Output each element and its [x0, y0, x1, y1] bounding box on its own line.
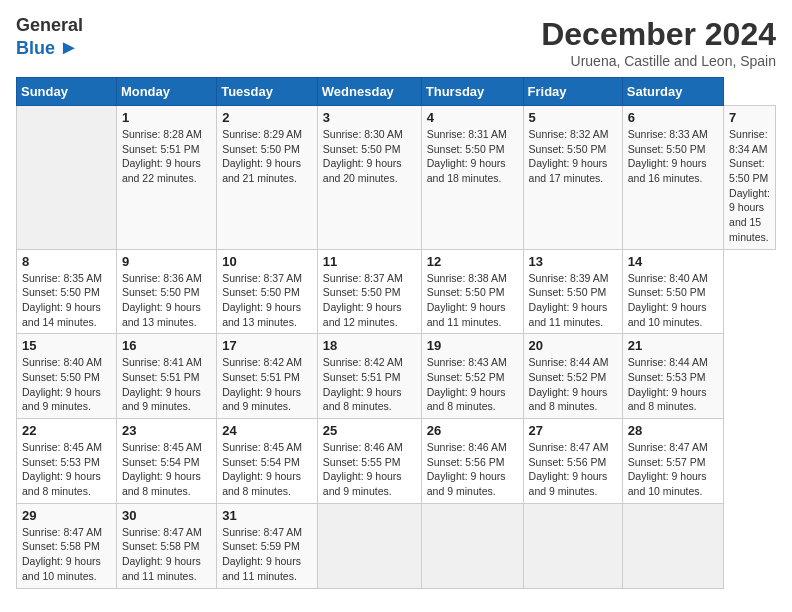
day-number: 24: [222, 423, 312, 438]
header-cell-friday: Friday: [523, 78, 622, 106]
day-info: Sunrise: 8:32 AM Sunset: 5:50 PM Dayligh…: [529, 127, 617, 186]
day-info: Sunrise: 8:31 AM Sunset: 5:50 PM Dayligh…: [427, 127, 518, 186]
day-cell: 4Sunrise: 8:31 AM Sunset: 5:50 PM Daylig…: [421, 106, 523, 250]
day-info: Sunrise: 8:44 AM Sunset: 5:53 PM Dayligh…: [628, 355, 718, 414]
day-number: 7: [729, 110, 770, 125]
day-number: 21: [628, 338, 718, 353]
day-cell: 28Sunrise: 8:47 AM Sunset: 5:57 PM Dayli…: [622, 419, 723, 504]
day-info: Sunrise: 8:33 AM Sunset: 5:50 PM Dayligh…: [628, 127, 718, 186]
day-cell: 9Sunrise: 8:36 AM Sunset: 5:50 PM Daylig…: [116, 249, 216, 334]
header-cell-wednesday: Wednesday: [317, 78, 421, 106]
day-info: Sunrise: 8:41 AM Sunset: 5:51 PM Dayligh…: [122, 355, 211, 414]
day-number: 19: [427, 338, 518, 353]
day-info: Sunrise: 8:35 AM Sunset: 5:50 PM Dayligh…: [22, 271, 111, 330]
day-cell: 27Sunrise: 8:47 AM Sunset: 5:56 PM Dayli…: [523, 419, 622, 504]
day-cell: 21Sunrise: 8:44 AM Sunset: 5:53 PM Dayli…: [622, 334, 723, 419]
day-cell: 10Sunrise: 8:37 AM Sunset: 5:50 PM Dayli…: [217, 249, 318, 334]
day-info: Sunrise: 8:34 AM Sunset: 5:50 PM Dayligh…: [729, 127, 770, 245]
day-number: 13: [529, 254, 617, 269]
day-cell: 31Sunrise: 8:47 AM Sunset: 5:59 PM Dayli…: [217, 503, 318, 588]
day-number: 18: [323, 338, 416, 353]
day-info: Sunrise: 8:36 AM Sunset: 5:50 PM Dayligh…: [122, 271, 211, 330]
header-cell-thursday: Thursday: [421, 78, 523, 106]
day-info: Sunrise: 8:47 AM Sunset: 5:58 PM Dayligh…: [22, 525, 111, 584]
day-number: 9: [122, 254, 211, 269]
day-number: 16: [122, 338, 211, 353]
header-cell-tuesday: Tuesday: [217, 78, 318, 106]
day-info: Sunrise: 8:47 AM Sunset: 5:56 PM Dayligh…: [529, 440, 617, 499]
day-number: 15: [22, 338, 111, 353]
day-cell: 1Sunrise: 8:28 AM Sunset: 5:51 PM Daylig…: [116, 106, 216, 250]
day-cell: 24Sunrise: 8:45 AM Sunset: 5:54 PM Dayli…: [217, 419, 318, 504]
day-cell: 23Sunrise: 8:45 AM Sunset: 5:54 PM Dayli…: [116, 419, 216, 504]
day-cell: 14Sunrise: 8:40 AM Sunset: 5:50 PM Dayli…: [622, 249, 723, 334]
day-info: Sunrise: 8:45 AM Sunset: 5:54 PM Dayligh…: [222, 440, 312, 499]
empty-cell: [17, 106, 117, 250]
day-cell: [421, 503, 523, 588]
day-info: Sunrise: 8:42 AM Sunset: 5:51 PM Dayligh…: [222, 355, 312, 414]
week-row-0: 1Sunrise: 8:28 AM Sunset: 5:51 PM Daylig…: [17, 106, 776, 250]
day-cell: [622, 503, 723, 588]
day-info: Sunrise: 8:37 AM Sunset: 5:50 PM Dayligh…: [222, 271, 312, 330]
day-number: 20: [529, 338, 617, 353]
day-info: Sunrise: 8:45 AM Sunset: 5:54 PM Dayligh…: [122, 440, 211, 499]
day-info: Sunrise: 8:42 AM Sunset: 5:51 PM Dayligh…: [323, 355, 416, 414]
day-cell: 2Sunrise: 8:29 AM Sunset: 5:50 PM Daylig…: [217, 106, 318, 250]
day-info: Sunrise: 8:47 AM Sunset: 5:58 PM Dayligh…: [122, 525, 211, 584]
calendar-body: 1Sunrise: 8:28 AM Sunset: 5:51 PM Daylig…: [17, 106, 776, 589]
day-number: 6: [628, 110, 718, 125]
day-cell: 6Sunrise: 8:33 AM Sunset: 5:50 PM Daylig…: [622, 106, 723, 250]
day-number: 28: [628, 423, 718, 438]
day-cell: 20Sunrise: 8:44 AM Sunset: 5:52 PM Dayli…: [523, 334, 622, 419]
day-cell: 5Sunrise: 8:32 AM Sunset: 5:50 PM Daylig…: [523, 106, 622, 250]
day-cell: 26Sunrise: 8:46 AM Sunset: 5:56 PM Dayli…: [421, 419, 523, 504]
day-cell: 7Sunrise: 8:34 AM Sunset: 5:50 PM Daylig…: [724, 106, 776, 250]
day-number: 27: [529, 423, 617, 438]
week-row-2: 15Sunrise: 8:40 AM Sunset: 5:50 PM Dayli…: [17, 334, 776, 419]
day-number: 12: [427, 254, 518, 269]
logo: GeneralBlue►: [16, 16, 83, 59]
day-number: 8: [22, 254, 111, 269]
day-number: 10: [222, 254, 312, 269]
day-number: 14: [628, 254, 718, 269]
day-info: Sunrise: 8:46 AM Sunset: 5:55 PM Dayligh…: [323, 440, 416, 499]
day-cell: 22Sunrise: 8:45 AM Sunset: 5:53 PM Dayli…: [17, 419, 117, 504]
day-cell: [523, 503, 622, 588]
day-cell: 16Sunrise: 8:41 AM Sunset: 5:51 PM Dayli…: [116, 334, 216, 419]
day-info: Sunrise: 8:47 AM Sunset: 5:59 PM Dayligh…: [222, 525, 312, 584]
day-number: 29: [22, 508, 111, 523]
day-cell: [317, 503, 421, 588]
week-row-3: 22Sunrise: 8:45 AM Sunset: 5:53 PM Dayli…: [17, 419, 776, 504]
day-cell: 3Sunrise: 8:30 AM Sunset: 5:50 PM Daylig…: [317, 106, 421, 250]
day-cell: 19Sunrise: 8:43 AM Sunset: 5:52 PM Dayli…: [421, 334, 523, 419]
day-number: 23: [122, 423, 211, 438]
day-number: 11: [323, 254, 416, 269]
day-info: Sunrise: 8:46 AM Sunset: 5:56 PM Dayligh…: [427, 440, 518, 499]
header-cell-saturday: Saturday: [622, 78, 723, 106]
day-number: 31: [222, 508, 312, 523]
day-info: Sunrise: 8:28 AM Sunset: 5:51 PM Dayligh…: [122, 127, 211, 186]
day-info: Sunrise: 8:43 AM Sunset: 5:52 PM Dayligh…: [427, 355, 518, 414]
day-number: 26: [427, 423, 518, 438]
day-number: 17: [222, 338, 312, 353]
month-title: December 2024: [541, 16, 776, 53]
header-row: SundayMondayTuesdayWednesdayThursdayFrid…: [17, 78, 776, 106]
week-row-1: 8Sunrise: 8:35 AM Sunset: 5:50 PM Daylig…: [17, 249, 776, 334]
day-number: 30: [122, 508, 211, 523]
page-header: GeneralBlue► December 2024 Uruena, Casti…: [16, 16, 776, 69]
day-cell: 18Sunrise: 8:42 AM Sunset: 5:51 PM Dayli…: [317, 334, 421, 419]
day-cell: 13Sunrise: 8:39 AM Sunset: 5:50 PM Dayli…: [523, 249, 622, 334]
day-number: 4: [427, 110, 518, 125]
day-number: 5: [529, 110, 617, 125]
day-info: Sunrise: 8:40 AM Sunset: 5:50 PM Dayligh…: [628, 271, 718, 330]
title-block: December 2024 Uruena, Castille and Leon,…: [541, 16, 776, 69]
day-info: Sunrise: 8:30 AM Sunset: 5:50 PM Dayligh…: [323, 127, 416, 186]
day-cell: 8Sunrise: 8:35 AM Sunset: 5:50 PM Daylig…: [17, 249, 117, 334]
day-info: Sunrise: 8:29 AM Sunset: 5:50 PM Dayligh…: [222, 127, 312, 186]
location-subtitle: Uruena, Castille and Leon, Spain: [541, 53, 776, 69]
header-cell-sunday: Sunday: [17, 78, 117, 106]
day-number: 1: [122, 110, 211, 125]
calendar-table: SundayMondayTuesdayWednesdayThursdayFrid…: [16, 77, 776, 589]
day-info: Sunrise: 8:44 AM Sunset: 5:52 PM Dayligh…: [529, 355, 617, 414]
day-cell: 30Sunrise: 8:47 AM Sunset: 5:58 PM Dayli…: [116, 503, 216, 588]
